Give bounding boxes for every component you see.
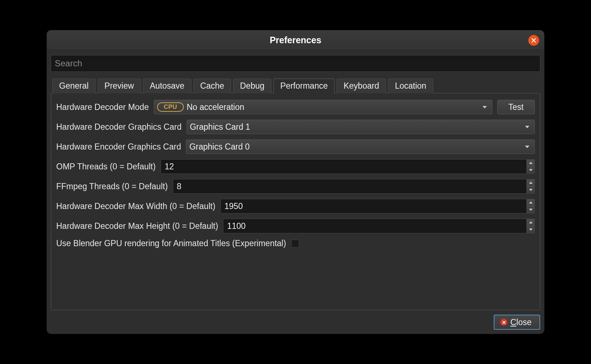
search-placeholder: Search: [55, 58, 82, 68]
input-ffmpeg-threads-value: 8: [177, 182, 526, 191]
window-close-button[interactable]: [528, 35, 539, 46]
combo-decoder-card-value: Graphics Card 1: [190, 122, 525, 132]
spin-up-button[interactable]: [527, 160, 534, 167]
spin-buttons: [526, 179, 534, 193]
preferences-window: Preferences Search General Preview Autos…: [47, 30, 544, 334]
chevron-down-icon: [529, 209, 533, 211]
combo-decoder-mode-value: No acceleration: [187, 102, 483, 112]
row-decoder-mode: Hardware Decoder Mode CPU No acceleratio…: [56, 100, 535, 114]
tab-cache[interactable]: Cache: [194, 79, 231, 93]
chevron-up-icon: [529, 201, 533, 204]
cpu-badge: CPU: [157, 102, 184, 112]
row-decoder-max-width: Hardware Decoder Max Width (0 = Default)…: [56, 199, 535, 213]
combo-encoder-card-value: Graphics Card 0: [189, 142, 525, 152]
label-decoder-max-height: Hardware Decoder Max Height (0 = Default…: [56, 221, 218, 231]
chevron-down-icon: [525, 146, 529, 148]
chevron-down-icon: [529, 228, 533, 231]
close-icon: [531, 38, 536, 43]
tab-keyboard[interactable]: Keyboard: [337, 79, 386, 93]
test-button[interactable]: Test: [497, 100, 535, 114]
close-button-label: Close: [510, 318, 532, 327]
input-decoder-max-width[interactable]: 1950: [221, 199, 535, 213]
tab-location[interactable]: Location: [388, 79, 433, 93]
label-blender-gpu: Use Blender GPU rendering for Animated T…: [56, 239, 286, 248]
tab-debug[interactable]: Debug: [233, 79, 271, 93]
performance-panel: Hardware Decoder Mode CPU No acceleratio…: [51, 93, 540, 310]
input-ffmpeg-threads[interactable]: 8: [173, 179, 535, 194]
close-button[interactable]: Close: [494, 315, 540, 330]
input-decoder-max-height-value: 1100: [227, 221, 526, 231]
input-omp-threads-value: 12: [165, 162, 526, 172]
label-ffmpeg-threads: FFmpeg Threads (0 = Default): [56, 182, 168, 191]
spin-buttons: [526, 199, 534, 213]
window-title: Preferences: [270, 35, 321, 45]
close-icon: [500, 319, 507, 326]
row-decoder-max-height: Hardware Decoder Max Height (0 = Default…: [56, 219, 535, 233]
row-omp-threads: OMP Threads (0 = Default) 12: [56, 159, 535, 174]
tab-preview[interactable]: Preview: [98, 79, 141, 93]
tab-autosave[interactable]: Autosave: [143, 79, 191, 93]
spin-up-button[interactable]: [527, 199, 534, 207]
label-omp-threads: OMP Threads (0 = Default): [56, 162, 156, 172]
combo-decoder-card[interactable]: Graphics Card 1: [187, 120, 535, 134]
row-ffmpeg-threads: FFmpeg Threads (0 = Default) 8: [56, 179, 535, 194]
spin-down-button[interactable]: [527, 226, 534, 233]
chevron-down-icon: [529, 169, 533, 171]
input-decoder-max-height[interactable]: 1100: [223, 219, 535, 233]
search-input[interactable]: Search: [51, 55, 540, 72]
tabs: General Preview Autosave Cache Debug Per…: [51, 78, 540, 93]
chevron-up-icon: [529, 162, 533, 164]
row-decoder-card: Hardware Decoder Graphics Card Graphics …: [56, 120, 535, 134]
input-decoder-max-width-value: 1950: [225, 201, 526, 211]
combo-encoder-card[interactable]: Graphics Card 0: [186, 139, 535, 154]
combo-decoder-mode[interactable]: CPU No acceleration: [154, 100, 492, 114]
spin-buttons: [526, 219, 534, 233]
spin-up-button[interactable]: [527, 219, 534, 226]
checkbox-blender-gpu[interactable]: [291, 240, 299, 248]
titlebar: Preferences: [47, 30, 544, 50]
row-encoder-card: Hardware Encoder Graphics Card Graphics …: [56, 139, 535, 154]
spin-down-button[interactable]: [527, 207, 534, 213]
input-omp-threads[interactable]: 12: [161, 159, 535, 174]
tab-general[interactable]: General: [52, 79, 95, 93]
tab-performance[interactable]: Performance: [274, 79, 335, 93]
dialog-footer: Close: [51, 310, 540, 330]
chevron-down-icon: [529, 189, 533, 191]
spin-up-button[interactable]: [527, 179, 534, 187]
chevron-up-icon: [529, 221, 533, 223]
spin-down-button[interactable]: [527, 167, 534, 174]
spin-buttons: [526, 160, 534, 173]
chevron-up-icon: [529, 182, 533, 184]
window-body: Search General Preview Autosave Cache De…: [47, 50, 544, 334]
spin-down-button[interactable]: [527, 187, 534, 194]
chevron-down-icon: [525, 126, 529, 128]
label-decoder-mode: Hardware Decoder Mode: [56, 102, 149, 112]
row-blender-gpu: Use Blender GPU rendering for Animated T…: [56, 239, 535, 248]
label-encoder-card: Hardware Encoder Graphics Card: [56, 142, 181, 152]
chevron-down-icon: [483, 106, 487, 108]
label-decoder-card: Hardware Decoder Graphics Card: [56, 122, 182, 132]
label-decoder-max-width: Hardware Decoder Max Width (0 = Default): [56, 201, 215, 211]
